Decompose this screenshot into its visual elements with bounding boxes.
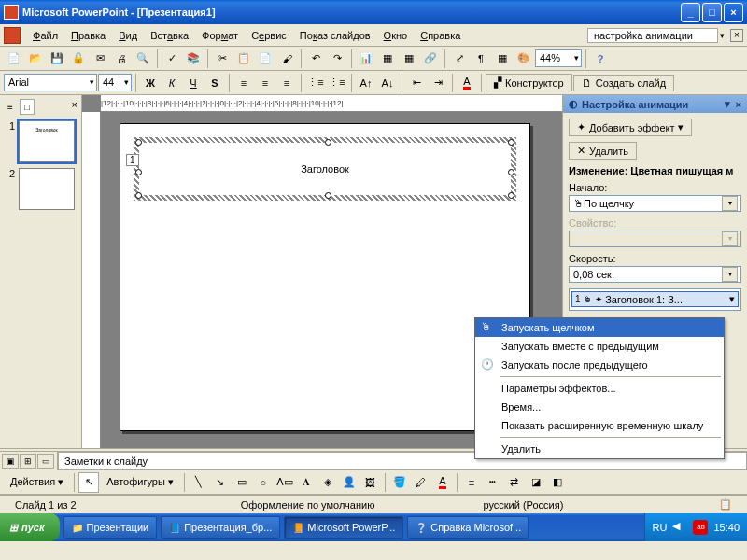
thumbs-close-button[interactable]: × xyxy=(72,99,78,110)
shadow-button[interactable]: S xyxy=(204,73,225,93)
animation-item-1[interactable]: 1 🖱 ✦ Заголовок 1: З... ▾ xyxy=(571,291,739,307)
title-placeholder[interactable]: 1 Заголовок xyxy=(134,137,516,201)
animation-list[interactable]: 1 🖱 ✦ Заголовок 1: З... ▾ xyxy=(569,288,741,311)
autoshapes-menu[interactable]: Автофигуры ▾ xyxy=(100,474,180,490)
thumb-1[interactable]: 1Заголовок xyxy=(4,120,78,162)
taskpane-close-button[interactable]: × xyxy=(736,99,741,110)
taskbar-btn-3[interactable]: 📙 Microsoft PowerP... xyxy=(284,516,403,539)
open-button[interactable]: 📂 xyxy=(25,49,46,69)
expand-button[interactable]: ⤢ xyxy=(449,49,470,69)
bullets-button[interactable]: ⋮≡ xyxy=(327,73,347,93)
wordart-tool[interactable]: 𝐀 xyxy=(296,472,317,493)
speed-combo[interactable]: 0,08 сек. xyxy=(569,266,741,283)
slide-canvas[interactable]: 1 Заголовок xyxy=(120,123,530,431)
format-painter-button[interactable]: 🖌 xyxy=(276,49,297,69)
ctx-timing[interactable]: Время... xyxy=(475,398,724,416)
redo-button[interactable]: ↷ xyxy=(327,49,347,69)
new-slide-button[interactable]: 🗋 Создать слайд xyxy=(573,75,674,91)
doc-close-button[interactable]: × xyxy=(730,29,743,42)
taskbar-btn-4[interactable]: ❔ Справка Microsof... xyxy=(407,516,529,539)
close-button[interactable]: × xyxy=(724,3,743,22)
decrease-font-button[interactable]: A↓ xyxy=(377,73,398,93)
normal-view-button[interactable]: ▣ xyxy=(2,454,19,469)
save-button[interactable]: 💾 xyxy=(47,49,67,69)
print-button[interactable]: 🖨 xyxy=(111,49,132,69)
ctx-start-after-prev[interactable]: 🕐Запускать после предыдущего xyxy=(475,356,724,374)
table-button[interactable]: ▦ xyxy=(377,49,398,69)
align-left-button[interactable]: ≡ xyxy=(233,73,254,93)
select-tool[interactable]: ↖ xyxy=(78,472,99,493)
taskbar-btn-1[interactable]: 📁 Презентации xyxy=(63,516,158,539)
taskpane-menu-button[interactable]: ▾ xyxy=(725,98,730,110)
diagram-tool[interactable]: ◈ xyxy=(317,472,338,493)
font-color-tool[interactable]: A xyxy=(432,472,453,493)
ctx-start-onclick[interactable]: 🖱Запускать щелчком xyxy=(475,318,724,337)
align-center-button[interactable]: ≡ xyxy=(255,73,275,93)
sorter-view-button[interactable]: ⊞ xyxy=(20,454,36,469)
picture-tool[interactable]: 🖼 xyxy=(360,472,381,493)
align-right-button[interactable]: ≡ xyxy=(276,73,297,93)
menu-format[interactable]: Формат xyxy=(195,28,245,43)
title-text[interactable]: Заголовок xyxy=(301,163,349,175)
minimize-button[interactable]: _ xyxy=(681,3,700,22)
rectangle-tool[interactable]: ▭ xyxy=(232,472,252,493)
fill-color-tool[interactable]: 🪣 xyxy=(389,472,410,493)
permission-button[interactable]: 🔓 xyxy=(68,49,89,69)
increase-font-button[interactable]: A↑ xyxy=(356,73,376,93)
show-formatting-button[interactable]: ¶ xyxy=(471,49,491,69)
underline-button[interactable]: Ч xyxy=(183,73,204,93)
3d-style-tool[interactable]: ◧ xyxy=(547,472,568,493)
numbering-button[interactable]: ⋮≡ xyxy=(305,73,326,93)
oval-tool[interactable]: ○ xyxy=(253,472,274,493)
bold-button[interactable]: Ж xyxy=(140,73,161,93)
fontsize-combo[interactable]: 44 xyxy=(98,74,132,91)
ctx-start-with-prev[interactable]: Запускать вместе с предыдущим xyxy=(475,337,724,356)
actions-menu[interactable]: Действия ▾ xyxy=(4,474,70,490)
italic-button[interactable]: К xyxy=(162,73,182,93)
maximize-button[interactable]: □ xyxy=(702,3,722,22)
delete-effect-button[interactable]: ✕ Удалить xyxy=(569,142,637,160)
hyperlink-button[interactable]: 🔗 xyxy=(420,49,441,69)
ctx-advanced-timeline[interactable]: Показать расширенную временную шкалу xyxy=(475,416,724,435)
arrow-style-tool[interactable]: ⇄ xyxy=(504,472,525,493)
line-tool[interactable]: ╲ xyxy=(189,472,209,493)
menu-help[interactable]: Справка xyxy=(414,28,467,43)
color-button[interactable]: 🎨 xyxy=(514,49,534,69)
cut-button[interactable]: ✂ xyxy=(212,49,233,69)
menu-view[interactable]: Вид xyxy=(112,28,144,43)
start-button[interactable]: ⊞пуск xyxy=(0,513,60,541)
menu-insert[interactable]: Вставка xyxy=(144,28,195,43)
email-button[interactable]: ✉ xyxy=(90,49,110,69)
ctx-remove[interactable]: Удалить xyxy=(475,440,724,458)
menu-edit[interactable]: Правка xyxy=(64,28,112,43)
undo-button[interactable]: ↶ xyxy=(305,49,326,69)
new-button[interactable]: 📄 xyxy=(4,49,24,69)
line-color-tool[interactable]: 🖊 xyxy=(411,472,431,493)
font-color-button[interactable]: A xyxy=(457,73,477,93)
grid-button[interactable]: ▦ xyxy=(492,49,513,69)
menu-slideshow[interactable]: Показ слайдов xyxy=(293,28,377,43)
arrow-tool[interactable]: ↘ xyxy=(210,472,231,493)
font-combo[interactable]: Arial xyxy=(4,74,97,91)
research-button[interactable]: 📚 xyxy=(183,49,204,69)
menu-tools[interactable]: Сервис xyxy=(245,28,293,43)
outline-tab[interactable]: ≡ xyxy=(4,100,17,114)
taskbar-btn-2[interactable]: 📘 Презентация_бр... xyxy=(161,516,280,539)
decrease-indent-button[interactable]: ⇤ xyxy=(406,73,427,93)
help-search-input[interactable]: настройка анимации xyxy=(587,28,718,43)
tray-icon-1[interactable]: ◀ xyxy=(672,520,687,535)
copy-button[interactable]: 📋 xyxy=(233,49,254,69)
slideshow-view-button[interactable]: ▭ xyxy=(37,454,54,469)
zoom-combo[interactable]: 44% xyxy=(535,49,582,67)
tray-lang[interactable]: RU xyxy=(653,522,668,533)
slides-tab[interactable]: □ xyxy=(20,99,35,115)
shadow-style-tool[interactable]: ◪ xyxy=(526,472,546,493)
chart-button[interactable]: 📊 xyxy=(356,49,376,69)
spell-button[interactable]: ✓ xyxy=(162,49,182,69)
textbox-tool[interactable]: A▭ xyxy=(275,472,295,493)
line-style-tool[interactable]: ≡ xyxy=(461,472,482,493)
thumb-2[interactable]: 2 xyxy=(4,168,78,210)
preview-button[interactable]: 🔍 xyxy=(133,49,153,69)
increase-indent-button[interactable]: ⇥ xyxy=(428,73,448,93)
help-button[interactable]: ? xyxy=(590,49,611,69)
